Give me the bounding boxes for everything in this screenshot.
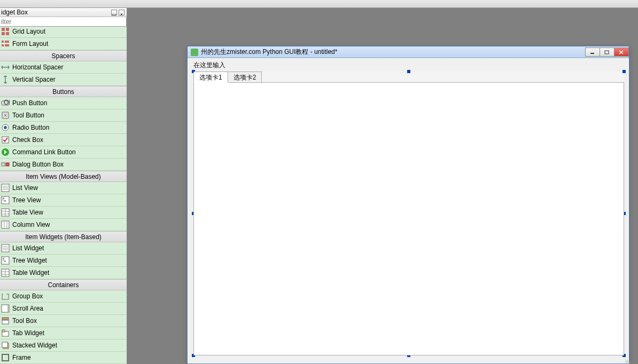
widget-item-vertical-spacer[interactable]: Vertical Spacer xyxy=(0,74,127,86)
widget-item-dialog-button-box[interactable]: Dialog Button Box xyxy=(0,159,127,171)
svg-rect-30 xyxy=(2,221,9,228)
widget-item-list-view[interactable]: List View xyxy=(0,182,127,194)
command-link-button-icon xyxy=(1,148,10,156)
svg-rect-23 xyxy=(4,200,6,202)
svg-rect-4 xyxy=(2,41,4,43)
tab-widget[interactable]: 选项卡1选项卡2 xyxy=(193,72,624,355)
widget-item-horizontal-spacer[interactable]: Horizontal Spacer xyxy=(0,61,127,74)
widget-item-label: Radio Button xyxy=(12,122,49,134)
widget-item-label: Group Box xyxy=(12,290,43,303)
grid-layout-icon xyxy=(1,27,10,36)
tab-2[interactable]: 选项卡2 xyxy=(228,72,262,83)
widget-item-command-link-button[interactable]: Command Link Button xyxy=(0,146,127,159)
tool-box-icon xyxy=(1,316,10,325)
widget-item-label: Push Button xyxy=(12,97,47,109)
category-header[interactable]: Containers xyxy=(0,279,127,290)
widget-item-tree-view[interactable]: Tree View xyxy=(0,194,127,207)
svg-rect-0 xyxy=(2,28,5,31)
widget-item-label: List View xyxy=(12,182,38,194)
form-body[interactable]: 在这里输入 选项卡1选项卡2 xyxy=(188,59,628,363)
form-layout-icon xyxy=(1,39,10,48)
svg-rect-46 xyxy=(2,294,9,299)
label-widget[interactable]: 在这里输入 xyxy=(192,61,227,70)
close-button[interactable] xyxy=(614,48,629,57)
list-widget-icon xyxy=(1,244,10,252)
category-header[interactable]: Item Views (Model-Based) xyxy=(0,171,127,182)
tab-widget-icon xyxy=(1,329,10,337)
widget-item-label: Tool Button xyxy=(12,109,44,122)
svg-rect-5 xyxy=(5,41,9,43)
frame-icon xyxy=(1,353,10,362)
stacked-widget-icon xyxy=(1,341,10,350)
svg-rect-51 xyxy=(2,320,9,324)
svg-rect-49 xyxy=(7,305,9,312)
horizontal-spacer-icon xyxy=(1,63,10,72)
size-grip-icon[interactable] xyxy=(625,360,631,364)
tool-button-icon xyxy=(1,111,10,120)
widget-item-table-widget[interactable]: Table Widget xyxy=(0,267,127,279)
widget-item-radio-button[interactable]: Radio Button xyxy=(0,122,127,134)
widget-box-panel: idget Box ▭ × Grid LayoutForm LayoutSpac… xyxy=(0,8,127,364)
widget-box-title-text: idget Box xyxy=(1,8,28,17)
svg-rect-39 xyxy=(4,260,6,262)
widget-item-label: Dialog Button Box xyxy=(12,159,64,171)
svg-rect-53 xyxy=(2,330,5,332)
widget-item-scroll-area[interactable]: Scroll Area xyxy=(0,303,127,315)
widget-filter-input[interactable] xyxy=(0,17,127,27)
category-header[interactable]: Spacers xyxy=(0,50,127,61)
maximize-button[interactable] xyxy=(600,48,614,57)
column-view-icon xyxy=(1,220,10,229)
widget-item-label: Frame xyxy=(12,352,31,364)
dock-float-icon[interactable]: ▭ xyxy=(111,10,117,15)
minimize-button[interactable] xyxy=(585,48,600,57)
svg-rect-7 xyxy=(5,44,9,46)
tab-1[interactable]: 选项卡1 xyxy=(193,72,228,83)
svg-rect-2 xyxy=(2,32,5,35)
widget-item-column-view[interactable]: Column View xyxy=(0,219,127,231)
widget-item-frame[interactable]: Frame xyxy=(0,352,127,364)
svg-rect-22 xyxy=(3,197,4,199)
widget-item-label: Scroll Area xyxy=(12,303,43,315)
toolbar-strip xyxy=(0,0,638,8)
widget-item-tool-button[interactable]: Tool Button xyxy=(0,109,127,122)
widget-item-label: Grid Layout xyxy=(12,27,45,38)
scroll-area-icon xyxy=(1,304,10,313)
category-header[interactable]: Item Widgets (Item-Based) xyxy=(0,231,127,242)
widget-item-label: Tree Widget xyxy=(12,255,47,267)
push-button-icon: OK xyxy=(1,99,10,107)
widget-item-tree-widget[interactable]: Tree Widget xyxy=(0,255,127,267)
dialog-button-box-icon xyxy=(1,160,10,169)
widget-item-table-view[interactable]: Table View xyxy=(0,207,127,219)
widget-item-stacked-widget[interactable]: Stacked Widget xyxy=(0,339,127,352)
svg-rect-50 xyxy=(2,318,9,320)
dock-close-icon[interactable]: × xyxy=(119,10,125,15)
list-view-icon xyxy=(1,184,10,192)
svg-rect-55 xyxy=(2,342,7,347)
svg-rect-6 xyxy=(2,44,4,46)
widget-item-label: List Widget xyxy=(12,242,44,255)
widget-item-label: Stacked Widget xyxy=(12,339,57,352)
widget-item-label: Column View xyxy=(12,219,50,231)
svg-rect-58 xyxy=(605,51,609,54)
widget-item-push-button[interactable]: OKPush Button xyxy=(0,97,127,109)
widget-item-list-widget[interactable]: List Widget xyxy=(0,242,127,255)
design-canvas[interactable]: 州的先生zmister.com Python GUI教程 - untitled*… xyxy=(127,8,638,364)
category-header[interactable]: Buttons xyxy=(0,86,127,97)
widget-item-tab-widget[interactable]: Tab Widget xyxy=(0,327,127,339)
widget-item-grid-layout[interactable]: Grid Layout xyxy=(0,27,127,38)
widget-box-title: idget Box ▭ × xyxy=(0,8,127,17)
widget-item-label: Tool Box xyxy=(12,315,37,327)
tab-bar: 选项卡1选项卡2 xyxy=(193,72,624,83)
widget-item-group-box[interactable]: Group Box xyxy=(0,290,127,303)
preview-window: 州的先生zmister.com Python GUI教程 - untitled*… xyxy=(187,46,629,364)
widget-list[interactable]: Grid LayoutForm LayoutSpacersHorizontal … xyxy=(0,27,127,364)
svg-rect-38 xyxy=(3,258,4,259)
preview-titlebar[interactable]: 州的先生zmister.com Python GUI教程 - untitled* xyxy=(188,46,629,58)
tab-content[interactable] xyxy=(193,82,624,355)
svg-rect-47 xyxy=(3,293,6,295)
widget-item-tool-box[interactable]: Tool Box xyxy=(0,315,127,327)
widget-item-label: Tab Widget xyxy=(12,327,44,339)
widget-item-label: Tree View xyxy=(12,194,41,207)
widget-item-form-layout[interactable]: Form Layout xyxy=(0,38,127,50)
widget-item-check-box[interactable]: Check Box xyxy=(0,134,127,146)
